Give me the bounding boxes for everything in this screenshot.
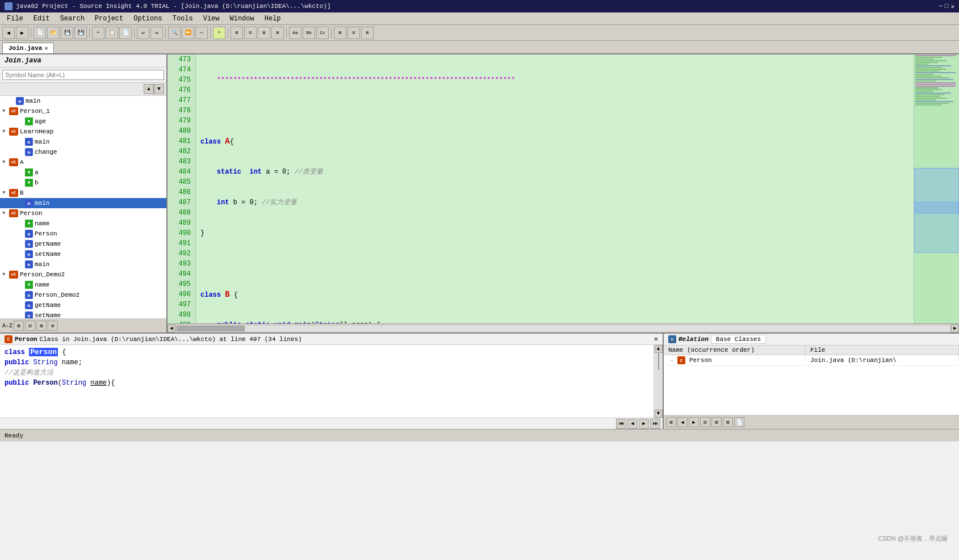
scroll-down-btn[interactable]: ▼ bbox=[154, 84, 164, 94]
menu-tools[interactable]: Tools bbox=[168, 14, 198, 24]
ctx-footer-btn4[interactable]: ⏭ bbox=[650, 419, 660, 429]
rel-btn5[interactable]: ⊞ bbox=[711, 417, 722, 427]
tb1[interactable]: ⊞ bbox=[231, 27, 243, 39]
scroll-up-btn[interactable]: ▲ bbox=[144, 84, 154, 94]
tree-item-person-getname[interactable]: m getName bbox=[0, 239, 166, 249]
context-scrollbar[interactable]: ▲ ▼ bbox=[654, 345, 663, 418]
h-scrollbar[interactable]: ◀ ▶ bbox=[167, 323, 959, 332]
menu-project[interactable]: Project bbox=[90, 14, 128, 24]
paste-btn[interactable]: 📄 bbox=[119, 27, 132, 39]
menu-search[interactable]: Search bbox=[56, 14, 89, 24]
menu-edit[interactable]: Edit bbox=[29, 14, 55, 24]
save-all-btn[interactable]: 💾 bbox=[74, 27, 87, 39]
tree-item-main-top[interactable]: m main bbox=[0, 96, 166, 106]
tb9[interactable]: ⊟ bbox=[347, 27, 360, 39]
copy-btn[interactable]: 📋 bbox=[106, 27, 118, 39]
rel-col-name-header: Name (occurrence order) bbox=[664, 346, 806, 355]
maximize-btn[interactable]: □ bbox=[945, 3, 949, 10]
tree-item-a-a[interactable]: ♦ a bbox=[0, 167, 166, 178]
undo-btn[interactable]: ↩ bbox=[137, 27, 149, 39]
menu-file[interactable]: File bbox=[2, 14, 28, 24]
close-btn[interactable]: ✕ bbox=[950, 3, 954, 10]
tree-item-person-name[interactable]: ♦ name bbox=[0, 218, 166, 229]
tree-item-persondemo2[interactable]: ▼ ⊖C Person_Demo2 bbox=[0, 270, 166, 280]
scroll-right-btn[interactable]: ▶ bbox=[951, 325, 959, 332]
redo-btn[interactable]: ↪ bbox=[150, 27, 163, 39]
tree-item-a-b[interactable]: ♦ b bbox=[0, 178, 166, 188]
tab-joinjava[interactable]: Join.java ✕ bbox=[2, 43, 54, 53]
tree-item-person1[interactable]: ▼ ⊖C Person_1 bbox=[0, 106, 166, 116]
replace-btn[interactable]: ↔ bbox=[195, 27, 208, 39]
tb3[interactable]: ⊞ bbox=[258, 27, 270, 39]
ln-495: 495 bbox=[172, 279, 191, 289]
minimap-highlight bbox=[914, 202, 958, 253]
tree-item-b-main[interactable]: m main bbox=[0, 198, 166, 208]
h-scroll-thumb[interactable] bbox=[177, 326, 245, 331]
rel-btn7[interactable]: 📄 bbox=[734, 417, 744, 427]
tb10[interactable]: ⊞ bbox=[361, 27, 374, 39]
tree-item-learnheap[interactable]: ▼ ⊖C LearnHeap bbox=[0, 127, 166, 137]
ctx-scroll-track[interactable] bbox=[658, 353, 659, 410]
context-close-btn[interactable]: ✕ bbox=[654, 335, 658, 343]
rel-btn6[interactable]: ⊞ bbox=[723, 417, 733, 427]
ctx-footer-btn2[interactable]: ◀ bbox=[627, 419, 638, 429]
tree-item-pd2-setname[interactable]: m setName bbox=[0, 310, 166, 318]
scroll-left-btn[interactable]: ◀ bbox=[167, 325, 175, 332]
stars-473: ****************************************… bbox=[200, 76, 516, 84]
relation-tab-baseclasses[interactable]: Base Classes bbox=[711, 335, 766, 344]
tree-item-learnheap-main[interactable]: m main bbox=[0, 137, 166, 147]
tb8[interactable]: ⊞ bbox=[334, 27, 346, 39]
forward-btn[interactable]: ▶ bbox=[16, 27, 28, 39]
tree-item-pd2-ctor[interactable]: m Person_Demo2 bbox=[0, 290, 166, 300]
tree-item-pd2-name[interactable]: ♦ name bbox=[0, 280, 166, 290]
tree-item-person[interactable]: ▼ ⊖C Person bbox=[0, 208, 166, 218]
code-container[interactable]: 473 474 475 476 477 478 479 480 481 482 … bbox=[167, 54, 959, 323]
rel-btn3[interactable]: ▶ bbox=[689, 417, 699, 427]
tree-item-pd2-getname[interactable]: m getName bbox=[0, 300, 166, 310]
tree-item-person-setname[interactable]: m setName bbox=[0, 249, 166, 259]
menu-window[interactable]: Window bbox=[225, 14, 259, 24]
sym-btn2[interactable]: ⊟ bbox=[25, 321, 35, 331]
tab-close-btn[interactable]: ✕ bbox=[44, 45, 48, 52]
ctx-scroll-down[interactable]: ▼ bbox=[655, 410, 663, 418]
ctx-scroll-up[interactable]: ▲ bbox=[655, 345, 663, 353]
findnext-btn[interactable]: ⏩ bbox=[182, 27, 194, 39]
save-btn[interactable]: 💾 bbox=[61, 27, 73, 39]
open-btn[interactable]: 📂 bbox=[47, 27, 60, 39]
back-btn[interactable]: ◀ bbox=[2, 27, 15, 39]
ctx-line-4: public Person(String name){ bbox=[5, 378, 649, 388]
rel-btn1[interactable]: ⊞ bbox=[666, 417, 676, 427]
build-btn[interactable]: ⚡ bbox=[213, 27, 225, 39]
cut-btn[interactable]: ✂ bbox=[92, 27, 104, 39]
find-btn[interactable]: 🔍 bbox=[168, 27, 181, 39]
menu-help[interactable]: Help bbox=[260, 14, 286, 24]
rel-btn2[interactable]: ◀ bbox=[677, 417, 688, 427]
sym-btn1[interactable]: ⊞ bbox=[14, 321, 24, 331]
ctx-scroll-thumb[interactable] bbox=[658, 353, 659, 370]
tree-item-age[interactable]: ♦ age bbox=[0, 116, 166, 127]
sym-btn4[interactable]: ⚙ bbox=[48, 321, 58, 331]
symbol-search-input[interactable] bbox=[2, 70, 164, 80]
new-btn[interactable]: 📄 bbox=[33, 27, 46, 39]
ln-497: 497 bbox=[172, 300, 191, 310]
tree-item-person-main[interactable]: m main bbox=[0, 259, 166, 270]
h-scroll-track[interactable] bbox=[177, 326, 950, 331]
az-label[interactable]: A-Z bbox=[2, 323, 12, 329]
ctx-footer-btn1[interactable]: ⏮ bbox=[616, 419, 626, 429]
rel-row-person[interactable]: ─ C Person Join.java (D:\ruanjian\ bbox=[664, 355, 959, 366]
menu-options[interactable]: Options bbox=[129, 14, 166, 24]
menu-view[interactable]: View bbox=[199, 14, 224, 24]
tb2[interactable]: ⊟ bbox=[244, 27, 257, 39]
tree-item-b[interactable]: ▼ ⊖C B bbox=[0, 188, 166, 198]
tb4[interactable]: ⊞ bbox=[271, 27, 284, 39]
rel-btn4[interactable]: ⊟ bbox=[700, 417, 710, 427]
tree-item-person-ctor[interactable]: m Person bbox=[0, 229, 166, 239]
tree-item-learnheap-change[interactable]: m change bbox=[0, 147, 166, 157]
tree-item-a[interactable]: ▼ ⊖C A bbox=[0, 157, 166, 167]
ctx-footer-btn3[interactable]: ▶ bbox=[639, 419, 649, 429]
tb6[interactable]: Bb bbox=[303, 27, 315, 39]
sym-btn3[interactable]: ⊞ bbox=[36, 321, 47, 331]
tb7[interactable]: Cc bbox=[316, 27, 329, 39]
minimize-btn[interactable]: ─ bbox=[939, 3, 943, 10]
tb5[interactable]: Aa bbox=[289, 27, 301, 39]
